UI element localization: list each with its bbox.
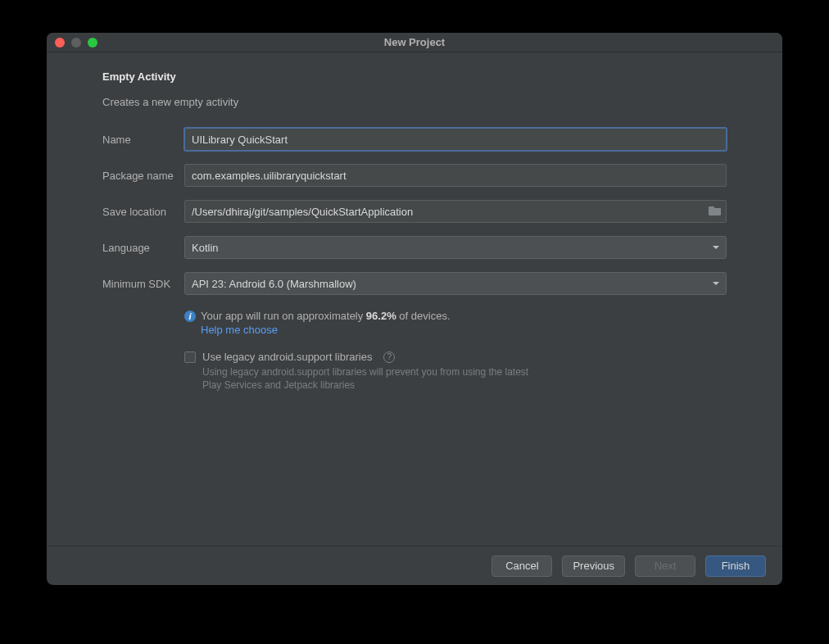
language-select[interactable]: Kotlin: [184, 236, 727, 259]
chevron-down-icon: [713, 244, 719, 251]
content-pane: Empty Activity Creates a new empty activ…: [47, 52, 782, 546]
name-input[interactable]: [184, 128, 727, 151]
help-icon[interactable]: ?: [383, 351, 395, 363]
window-controls: [47, 38, 97, 48]
new-project-dialog: New Project Empty Activity Creates a new…: [47, 33, 782, 585]
info-icon: i: [184, 311, 196, 322]
titlebar: New Project: [47, 33, 782, 52]
page-subtitle: Creates a new empty activity: [102, 96, 727, 108]
window-title: New Project: [47, 36, 782, 48]
zoom-icon[interactable]: [88, 38, 97, 48]
previous-button[interactable]: Previous: [562, 556, 625, 577]
minsdk-select[interactable]: API 23: Android 6.0 (Marshmallow): [184, 272, 727, 295]
folder-icon[interactable]: [709, 205, 722, 216]
package-label: Package name: [102, 170, 184, 182]
chevron-down-icon: [713, 280, 719, 287]
help-choose-link[interactable]: Help me choose: [201, 324, 727, 336]
language-value: Kotlin: [192, 242, 219, 254]
language-label: Language: [102, 242, 184, 254]
finish-button[interactable]: Finish: [705, 556, 766, 577]
minimize-icon[interactable]: [71, 38, 81, 48]
legacy-label: Use legacy android.support libraries: [202, 351, 372, 363]
legacy-checkbox[interactable]: [184, 351, 196, 363]
dialog-footer: Cancel Previous Next Finish: [47, 546, 782, 585]
location-label: Save location: [102, 206, 184, 218]
page-heading: Empty Activity: [102, 70, 727, 83]
package-input[interactable]: [184, 164, 727, 187]
device-coverage-text: Your app will run on approximately 96.2%…: [201, 310, 451, 322]
minsdk-label: Minimum SDK: [102, 278, 184, 290]
legacy-note: Using legacy android.support libraries w…: [202, 366, 546, 392]
name-label: Name: [102, 134, 184, 146]
minsdk-value: API 23: Android 6.0 (Marshmallow): [192, 278, 356, 290]
cancel-button[interactable]: Cancel: [492, 556, 552, 577]
next-button: Next: [635, 556, 695, 577]
close-icon[interactable]: [55, 38, 65, 48]
location-input[interactable]: [184, 200, 727, 223]
